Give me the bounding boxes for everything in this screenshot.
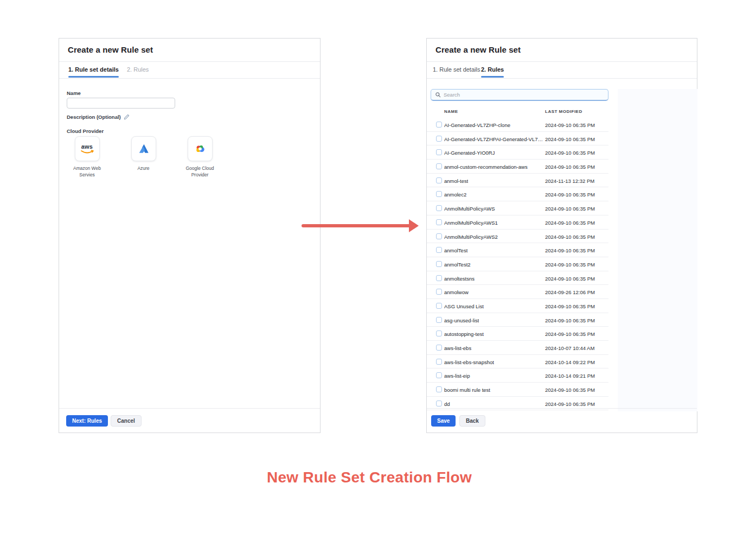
table-row[interactable]: aws-list-ebs 2024-10-07 10:44 AM (427, 341, 608, 355)
figure-caption: New Rule Set Creation Flow (0, 469, 739, 486)
rule-last-modified: 2024-10-07 10:44 AM (545, 345, 594, 351)
rule-name: AI-Generated-VL7ZHPAI-Generated-VL7ZHPAI… (444, 136, 544, 142)
row-checkbox[interactable] (436, 386, 442, 392)
row-checkbox[interactable] (436, 247, 442, 253)
column-header-name: NAME (444, 109, 458, 114)
row-checkbox[interactable] (436, 205, 442, 211)
table-row[interactable]: autostopping-test 2024-09-10 06:35 PM (427, 327, 608, 341)
description-row: Description (Optional) (67, 114, 130, 120)
rule-name: anmolTest2 (444, 262, 471, 268)
row-checkbox[interactable] (436, 191, 442, 197)
table-row[interactable]: AI-Generated-VL7ZHPAI-Generated-VL7ZHPAI… (427, 132, 608, 146)
table-row[interactable]: anmoltestsns 2024-09-10 06:35 PM (427, 271, 608, 285)
cloud-provider-options: aws Amazon Web Servies Azure (67, 136, 220, 179)
rules-table: AI-Generated-VL7ZHP-clone 2024-09-10 06:… (427, 118, 608, 410)
table-row[interactable]: AI-Generated-VL7ZHP-clone 2024-09-10 06:… (427, 118, 608, 132)
rule-last-modified: 2024-09-10 06:35 PM (545, 317, 595, 323)
row-checkbox[interactable] (436, 345, 442, 351)
tab-rule-set-details[interactable]: 1. Rule set details (433, 66, 480, 73)
table-row[interactable]: AnmolMultiPolicyAWS2 2024-09-10 06:35 PM (427, 230, 608, 244)
row-checkbox[interactable] (436, 303, 442, 309)
rule-name: AnmolMultiPolicyAWS2 (444, 234, 498, 240)
tab-rules[interactable]: 2. Rules (481, 66, 504, 73)
table-row[interactable]: boomi multi rule test 2024-09-10 06:35 P… (427, 383, 608, 397)
rule-last-modified: 2024-09-10 06:35 PM (545, 136, 595, 142)
table-row[interactable]: anmolec2 2024-09-10 06:35 PM (427, 187, 608, 201)
row-checkbox[interactable] (436, 289, 442, 295)
flow-arrow-icon (302, 219, 419, 232)
dialog-footer: Save Back (427, 408, 697, 433)
rule-last-modified: 2024-09-10 06:35 PM (545, 164, 595, 170)
table-row[interactable]: AI-Generated-YIO0RJ 2024-09-10 06:35 PM (427, 145, 608, 160)
dialog-title: Create a new Rule set (68, 45, 153, 54)
search-input[interactable] (444, 92, 604, 98)
rule-last-modified: 2024-09-10 06:35 PM (545, 247, 595, 253)
dialog-footer: Next: Rules Cancel (59, 408, 320, 433)
aws-card[interactable]: aws (75, 136, 100, 161)
provider-option-aws: aws Amazon Web Servies (67, 136, 107, 179)
save-button[interactable]: Save (431, 415, 456, 427)
rule-last-modified: 2024-09-10 06:35 PM (545, 122, 595, 128)
rule-last-modified: 2024-09-10 06:35 PM (545, 387, 595, 393)
rule-name: anmolTest (444, 247, 467, 253)
table-row[interactable]: anmol-test 2024-11-13 12:32 PM (427, 174, 608, 188)
row-checkbox[interactable] (436, 359, 442, 365)
provider-label: Google Cloud Provider (181, 165, 220, 179)
rule-last-modified: 2024-09-10 06:35 PM (545, 276, 595, 282)
row-checkbox[interactable] (436, 372, 442, 378)
aws-icon: aws (80, 144, 94, 154)
wizard-tabs: 1. Rule set details 2. Rules (427, 62, 697, 79)
table-row[interactable]: aws-list-eip 2024-10-14 09:21 PM (427, 368, 608, 383)
rule-last-modified: 2024-09-10 06:35 PM (545, 192, 595, 198)
active-tab-underline (481, 76, 504, 78)
next-rules-button[interactable]: Next: Rules (66, 415, 108, 427)
rule-name: AnmolMultiPolicyAWS1 (444, 220, 498, 226)
rule-set-details-dialog: Create a new Rule set 1. Rule set detail… (59, 38, 321, 433)
table-row[interactable]: asg-unused-list 2024-09-10 06:35 PM (427, 313, 608, 327)
rule-last-modified: 2024-09-10 06:35 PM (545, 303, 595, 309)
table-row[interactable]: AnmolMultiPolicyAWS 2024-09-10 06:35 PM (427, 201, 608, 215)
wizard-tabs: 1. Rule set details 2. Rules (59, 62, 320, 79)
azure-icon (138, 143, 150, 155)
row-checkbox[interactable] (436, 149, 442, 155)
table-row[interactable]: aws-list-ebs-snapshot 2024-10-14 09:22 P… (427, 355, 608, 369)
google-cloud-card[interactable] (188, 136, 213, 161)
tab-rule-set-details[interactable]: 1. Rule set details (68, 66, 119, 73)
table-row[interactable]: anmolwow 2024-09-26 12:06 PM (427, 285, 608, 299)
active-tab-underline (68, 76, 119, 78)
cancel-button[interactable]: Cancel (111, 415, 142, 427)
name-input[interactable] (67, 98, 175, 109)
table-row[interactable]: anmolTest 2024-09-10 06:35 PM (427, 243, 608, 257)
row-checkbox[interactable] (436, 330, 442, 336)
table-row[interactable]: anmol-custom-recommendation-aws 2024-09-… (427, 160, 608, 174)
rule-name: asg-unused-list (444, 317, 479, 323)
rule-name: AI-Generated-YIO0RJ (444, 150, 495, 156)
table-row[interactable]: anmolTest2 2024-09-10 06:35 PM (427, 257, 608, 271)
row-checkbox[interactable] (436, 317, 442, 323)
name-label: Name (67, 90, 81, 96)
row-checkbox[interactable] (436, 136, 442, 142)
rule-name: autostopping-test (444, 331, 484, 337)
row-checkbox[interactable] (436, 177, 442, 183)
row-checkbox[interactable] (436, 275, 442, 281)
rule-name: anmol-test (444, 178, 468, 184)
rule-last-modified: 2024-09-10 06:35 PM (545, 234, 595, 240)
provider-option-azure: Azure (123, 136, 164, 179)
rule-name: boomi multi rule test (444, 387, 490, 393)
edit-pencil-icon[interactable] (124, 114, 130, 120)
tab-rules[interactable]: 2. Rules (127, 66, 149, 73)
rule-last-modified: 2024-09-10 06:35 PM (545, 150, 595, 156)
back-button[interactable]: Back (459, 415, 485, 427)
rule-name: anmolec2 (444, 192, 466, 198)
table-row[interactable]: ASG Unused List 2024-09-10 06:35 PM (427, 299, 608, 313)
rule-last-modified: 2024-10-14 09:22 PM (545, 359, 595, 365)
row-checkbox[interactable] (436, 219, 442, 225)
row-checkbox[interactable] (436, 163, 442, 169)
cloud-provider-label: Cloud Provider (67, 128, 104, 134)
row-checkbox[interactable] (436, 261, 442, 267)
row-checkbox[interactable] (436, 122, 442, 128)
azure-card[interactable] (131, 136, 156, 161)
table-row[interactable]: AnmolMultiPolicyAWS1 2024-09-10 06:35 PM (427, 215, 608, 230)
row-checkbox[interactable] (436, 233, 442, 239)
row-checkbox[interactable] (436, 400, 442, 406)
